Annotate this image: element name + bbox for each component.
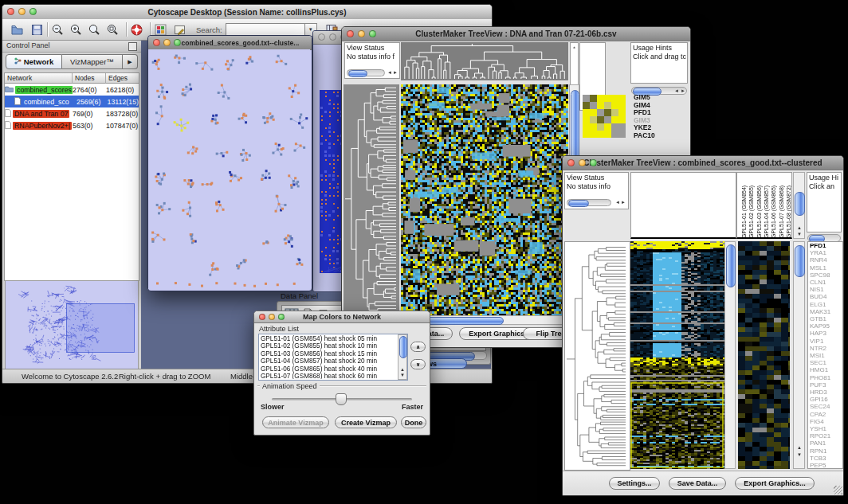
tv2-gene-label[interactable]: PHO81: [810, 374, 842, 381]
tv2-column-tree-area[interactable]: [630, 172, 736, 239]
tv2-gene-label[interactable]: GTB1: [810, 315, 842, 322]
tab-network[interactable]: Network: [6, 54, 62, 69]
col-header-edges[interactable]: Edges: [106, 73, 139, 84]
tv1-zoom-heatmap[interactable]: [583, 95, 626, 138]
scroll-right-icon[interactable]: ►: [393, 70, 398, 76]
scroll-down-icon[interactable]: ▼: [400, 373, 405, 378]
tv2-gene-label[interactable]: MSI1: [810, 352, 842, 359]
tv2-gene-label[interactable]: HMG1: [810, 366, 842, 373]
tv2-gene-dendrogram[interactable]: [564, 241, 630, 471]
minimize-icon[interactable]: [18, 8, 26, 15]
minimize-icon[interactable]: [163, 39, 171, 46]
tv2-gene-label[interactable]: NTR2: [810, 345, 842, 352]
birdseye-canvas[interactable]: [6, 281, 138, 369]
zoom-window-icon[interactable]: [29, 8, 37, 15]
tv2-heatmap[interactable]: [630, 241, 724, 469]
zoom-out-icon[interactable]: [51, 23, 65, 37]
tv2-gene-label[interactable]: YSH1: [810, 425, 842, 432]
float-panel-icon[interactable]: [128, 42, 137, 51]
minimize-icon[interactable]: [269, 314, 275, 320]
tv2-gene-label[interactable]: CPA2: [810, 411, 842, 418]
tv2-gene-label[interactable]: PAN1: [810, 440, 842, 447]
scroll-up-icon[interactable]: ▲: [400, 367, 405, 373]
close-icon[interactable]: [347, 30, 354, 37]
close-icon[interactable]: [318, 33, 325, 41]
scroll-down-icon[interactable]: ▼: [797, 232, 802, 237]
network-table-row[interactable]: DNA and Tran 07769(0)183728(0): [5, 107, 139, 119]
zoom-in-icon[interactable]: [69, 23, 83, 37]
create-vizmap-button[interactable]: Create Vizmap: [335, 416, 397, 428]
scroll-right-icon[interactable]: ►: [621, 200, 626, 205]
tv2-status-scrollbar[interactable]: [567, 199, 611, 206]
tv2-gene-label[interactable]: MAK31: [810, 308, 842, 315]
move-down-button[interactable]: ∨: [410, 359, 426, 369]
attribute-list-item[interactable]: GPL51-02 (GSM855) heat shock 10 min: [261, 342, 397, 350]
tv2-gene-label[interactable]: PUF3: [810, 381, 842, 389]
tv1-status-scrollbar[interactable]: [347, 69, 385, 76]
attribute-list-scrollbar[interactable]: ▲ ▼: [398, 334, 407, 380]
speed-slider-thumb[interactable]: [336, 393, 347, 405]
tv2-gene-label[interactable]: RPO21: [810, 432, 842, 440]
tv2-gene-label-list[interactable]: PFD1YRA1RNR4MSL1SPC98CLN1NIS1BUD4ELG1MAK…: [807, 241, 843, 469]
window-controls[interactable]: [7, 8, 37, 15]
tv1-heatmap[interactable]: [401, 84, 568, 315]
tv2-column-labels[interactable]: GPL51-01 (GSM854)GPL51-02 (GSM855)GPL51-…: [736, 172, 792, 239]
tv2-gene-label[interactable]: RPN1: [810, 447, 842, 455]
attribute-list[interactable]: GPL51-01 (GSM854) heat shock 05 minGPL51…: [258, 334, 408, 381]
attribute-list-item[interactable]: GPL51-06 (GSM865) heat shock 40 min: [261, 365, 397, 373]
tv2-gene-label[interactable]: TCB3: [810, 455, 842, 462]
tv2-gene-label[interactable]: YRA1: [810, 249, 842, 256]
tv2-settings-button[interactable]: Settings...: [609, 477, 660, 490]
network-table-row[interactable]: RNAPuberNov2+|563(0)107847(0): [5, 119, 139, 131]
tv2-gene-label[interactable]: HRD3: [810, 389, 842, 396]
tv1-gene-label[interactable]: PAC10: [634, 132, 688, 140]
tv2-gene-label[interactable]: GPI16: [810, 396, 842, 403]
scroll-up-icon[interactable]: ▲: [797, 445, 802, 451]
zoom-window-icon[interactable]: [590, 159, 597, 166]
tv2-zoom-heatmap[interactable]: [738, 241, 790, 469]
zoom-fit-icon[interactable]: [106, 23, 120, 37]
network1-canvas[interactable]: [148, 49, 310, 289]
attribute-list-item[interactable]: GPL51-03 (GSM856) heat shock 15 min: [261, 350, 397, 357]
scroll-left-icon[interactable]: ◄: [674, 88, 679, 94]
tv2-gene-label[interactable]: VIP1: [810, 338, 842, 345]
tv2-gene-label[interactable]: SEC1: [810, 359, 842, 366]
close-icon[interactable]: [7, 8, 14, 15]
scroll-down-icon[interactable]: ▼: [797, 452, 802, 458]
animate-vizmap-button[interactable]: Animate Vizmap: [262, 416, 329, 428]
tv1-column-dendrogram[interactable]: [401, 42, 568, 80]
tv2-save-data-button[interactable]: Save Data...: [669, 477, 726, 490]
tv2-gene-label[interactable]: MSL1: [810, 264, 842, 272]
zoom-window-icon[interactable]: [369, 30, 376, 37]
tv2-gene-label[interactable]: BUD4: [810, 293, 842, 300]
tv2-gene-label[interactable]: NIS1: [810, 286, 842, 293]
save-icon[interactable]: [30, 23, 44, 37]
tv2-gene-label[interactable]: RNR4: [810, 256, 842, 264]
minimize-icon[interactable]: [358, 30, 365, 37]
tv2-right-vscroll[interactable]: ▲ ▼: [793, 241, 805, 469]
tv2-export-graphics-button[interactable]: Export Graphics...: [735, 477, 815, 490]
move-up-button[interactable]: ∧: [410, 342, 426, 352]
zoom-window-icon[interactable]: [174, 39, 181, 46]
col-header-nodes[interactable]: Nodes: [73, 73, 106, 84]
tv1-gene-label-list[interactable]: GIM5GIM4PFD1GIM3YKE2PAC10: [634, 94, 688, 139]
tv2-gene-label[interactable]: HAP3: [810, 330, 842, 337]
vizmapper-icon[interactable]: [154, 23, 167, 37]
scroll-left-icon[interactable]: ◄: [387, 70, 392, 76]
help-lifesaver-icon[interactable]: [130, 23, 143, 37]
tab-vizmapper[interactable]: VizMapper™: [62, 54, 123, 69]
tv2-gene-label[interactable]: SEC24: [810, 403, 842, 410]
scroll-right-icon[interactable]: ►: [681, 88, 685, 94]
attribute-list-item[interactable]: GPL51-04 (GSM857) heat shock 20 min: [261, 357, 397, 365]
minimize-icon[interactable]: [329, 33, 336, 41]
close-icon[interactable]: [259, 314, 265, 320]
zoom-selected-icon[interactable]: [88, 23, 101, 37]
scroll-up-icon[interactable]: ▲: [797, 225, 802, 231]
annotation-icon[interactable]: [173, 23, 186, 37]
main-title-bar[interactable]: Cytoscape Desktop (Session Name: collins…: [2, 5, 492, 20]
close-icon[interactable]: [153, 39, 160, 46]
tv1-gene-dendrogram[interactable]: [344, 84, 399, 315]
col-header-network[interactable]: Network: [5, 73, 73, 84]
search-input[interactable]: [226, 23, 305, 37]
attribute-list-item[interactable]: GPL51-07 (GSM868) heat shock 60 min: [261, 373, 397, 379]
